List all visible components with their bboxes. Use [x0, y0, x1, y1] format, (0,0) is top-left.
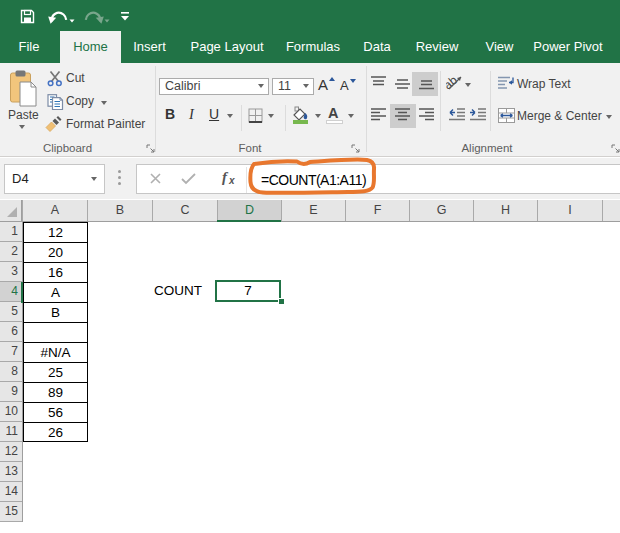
- svg-text:ab: ab: [446, 74, 460, 92]
